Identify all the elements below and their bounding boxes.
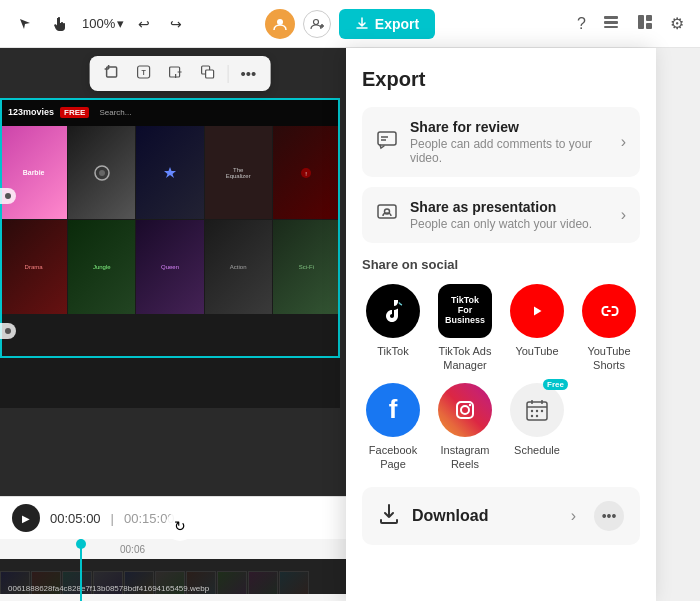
svg-point-41: [541, 409, 543, 411]
svg-point-21: [99, 170, 105, 176]
main-toolbar: 100% ▾ ↩ ↪ Export ?: [0, 0, 700, 48]
share-presentation-card[interactable]: Share as presentation People can only wa…: [362, 187, 640, 243]
timeline-playhead[interactable]: [80, 539, 82, 601]
zoom-chevron: ▾: [117, 16, 124, 31]
tiktok-icon: [366, 284, 420, 338]
export-button[interactable]: Export: [339, 9, 435, 39]
svg-rect-4: [604, 16, 618, 19]
undo-button[interactable]: ↩: [132, 12, 156, 36]
movie-poster-3: [136, 126, 203, 219]
movie-poster-10: Sci-Fi: [273, 220, 340, 313]
movie-cell-3: [136, 126, 203, 219]
download-row[interactable]: Download › •••: [362, 487, 640, 545]
youtube-icon: [510, 284, 564, 338]
canvas-layers-icon[interactable]: [196, 62, 220, 85]
social-facebook[interactable]: f FacebookPage: [362, 383, 424, 472]
movie-poster-8: Queen: [136, 220, 203, 313]
canvas-toolbar-divider: [228, 65, 229, 83]
canvas-text-icon[interactable]: T: [132, 62, 156, 85]
svg-point-0: [277, 19, 283, 25]
social-tiktok-ads[interactable]: TikTokForBusiness TikTok AdsManager: [434, 284, 496, 373]
movie-cell-1: Barbie: [0, 126, 67, 219]
svg-rect-19: [206, 70, 214, 78]
svg-rect-31: [607, 310, 611, 312]
share-review-arrow: ›: [621, 133, 626, 151]
svg-rect-5: [604, 21, 618, 24]
current-time-display: 00:05:00: [50, 511, 101, 526]
instagram-icon: [438, 383, 492, 437]
schedule-icon: Free: [510, 383, 564, 437]
pin-marker-bottom: [0, 323, 16, 339]
social-youtube-shorts[interactable]: YouTubeShorts: [578, 284, 640, 373]
export-button-label: Export: [375, 16, 419, 32]
panels-icon[interactable]: [632, 9, 658, 39]
layers-icon[interactable]: [598, 9, 624, 39]
instagram-label: InstagramReels: [441, 443, 490, 472]
movie-cell-2: [68, 126, 135, 219]
social-youtube[interactable]: YouTube: [506, 284, 568, 373]
social-instagram[interactable]: InstagramReels: [434, 383, 496, 472]
toolbar-center: Export: [265, 9, 435, 39]
timeline-area[interactable]: 00:06 0061888628fa4c828e7f13b08578bdf416…: [0, 539, 360, 601]
movie-poster-6: Drama: [0, 220, 67, 313]
share-presentation-desc: People can only watch your video.: [410, 217, 609, 231]
tiktok-label: TikTok: [377, 344, 408, 358]
svg-point-34: [469, 403, 471, 405]
svg-rect-9: [646, 23, 652, 29]
hand-tool[interactable]: [46, 12, 74, 36]
site-logo: 123movies: [8, 107, 54, 117]
movie-cell-4: TheEqualizer: [205, 126, 272, 219]
movie-cell-10: Sci-Fi: [273, 220, 340, 313]
share-presentation-title: Share as presentation: [410, 199, 609, 215]
share-review-text: Share for review People can add comments…: [410, 119, 609, 165]
svg-rect-6: [604, 26, 618, 28]
youtube-shorts-label: YouTubeShorts: [587, 344, 630, 373]
svg-point-39: [531, 409, 533, 411]
download-more-button[interactable]: •••: [594, 501, 624, 531]
play-button[interactable]: ▶: [12, 504, 40, 532]
movie-cell-9: Action: [205, 220, 272, 313]
refresh-button[interactable]: ↻: [165, 511, 195, 541]
facebook-icon: f: [366, 383, 420, 437]
facebook-label: FacebookPage: [369, 443, 417, 472]
pin-marker-top: [0, 188, 16, 204]
add-user-icon[interactable]: [303, 10, 331, 38]
settings-icon[interactable]: ⚙: [666, 10, 688, 37]
tiktok-ads-icon: TikTokForBusiness: [438, 284, 492, 338]
share-review-card[interactable]: Share for review People can add comments…: [362, 107, 640, 177]
share-presentation-text: Share as presentation People can only wa…: [410, 199, 609, 231]
share-review-desc: People can add comments to your video.: [410, 137, 609, 165]
svg-point-40: [536, 409, 538, 411]
export-panel: Export Share for review People can add c…: [346, 48, 656, 601]
svg-point-24: [5, 193, 11, 199]
svg-point-25: [5, 328, 11, 334]
svg-point-33: [461, 406, 469, 414]
timeline-time-label: 00:06: [120, 544, 145, 555]
social-tiktok[interactable]: TikTok: [362, 284, 424, 373]
zoom-control[interactable]: 100% ▾: [82, 16, 124, 31]
filename-text: 0061888628fa4c828e7f13b08578bdf416941654…: [8, 584, 209, 593]
cursor-tool[interactable]: [12, 13, 38, 35]
movie-poster-1: Barbie: [0, 126, 67, 219]
svg-point-1: [313, 19, 318, 24]
toolbar-left: 100% ▾ ↩ ↪: [12, 12, 257, 36]
svg-point-42: [531, 414, 533, 416]
canvas-resize-icon[interactable]: [164, 62, 188, 85]
canvas-more-icon[interactable]: •••: [237, 63, 261, 84]
download-icon: [378, 503, 400, 530]
zoom-value: 100%: [82, 16, 115, 31]
movie-poster-4: TheEqualizer: [205, 126, 272, 219]
svg-rect-26: [378, 132, 396, 145]
movie-poster-2: [68, 126, 135, 219]
help-icon[interactable]: ?: [573, 11, 590, 37]
social-section-title: Share on social: [362, 257, 640, 272]
canvas-crop-icon[interactable]: [100, 62, 124, 85]
svg-rect-7: [638, 15, 644, 29]
movie-cell-6: Drama: [0, 220, 67, 313]
social-schedule[interactable]: Free Schedule: [506, 383, 568, 472]
share-review-icon: [376, 129, 398, 156]
download-label: Download: [412, 507, 559, 525]
redo-button[interactable]: ↪: [164, 12, 188, 36]
movie-poster-5: !: [273, 126, 340, 219]
movie-poster-7: Jungle: [68, 220, 135, 313]
